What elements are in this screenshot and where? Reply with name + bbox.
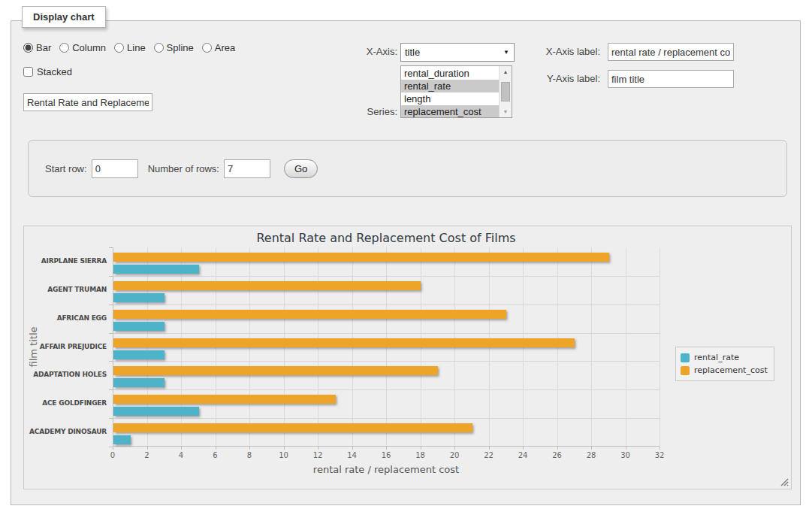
bar-rental_rate[interactable] (113, 350, 165, 359)
series-option-rental_duration[interactable]: rental_duration (401, 67, 499, 80)
series-option-replacement_cost[interactable]: replacement_cost (401, 105, 499, 118)
x-tick-label: 10 (269, 451, 299, 459)
start-row-input[interactable] (92, 159, 138, 178)
y-tick-mark (109, 247, 113, 248)
x-tick-label: 8 (234, 451, 264, 459)
bar-replacement_cost[interactable] (113, 395, 336, 404)
y-axis-label-field-label: Y-Axis label: (530, 73, 600, 84)
y-axis-label-input[interactable] (608, 70, 734, 88)
bar-rental_rate[interactable] (113, 378, 165, 387)
stacked-checkbox[interactable] (23, 67, 33, 77)
chart-type-label-column: Column (72, 42, 106, 53)
x-axis-label-field-label: X-Axis label: (530, 46, 600, 57)
x-axis-label-input[interactable] (608, 43, 734, 61)
x-tick-label: 24 (508, 451, 538, 459)
category-label: AFFAIR PREJUDICE (24, 343, 107, 350)
chart-type-label-line: Line (127, 42, 146, 53)
stacked-label: Stacked (37, 66, 72, 77)
chart-type-radio-spline[interactable] (154, 43, 164, 53)
bar-rental_rate[interactable] (113, 265, 199, 274)
x-tick-label: 30 (611, 451, 641, 459)
series-listbox[interactable]: rental_durationrental_ratelengthreplacem… (400, 65, 512, 118)
start-row-label: Start row: (45, 163, 87, 174)
bar-replacement_cost[interactable] (113, 366, 438, 375)
legend-swatch-icon (681, 353, 690, 362)
category-separator (113, 333, 660, 334)
chart-legend: rental_ratereplacement_cost (675, 347, 774, 381)
x-tick-label: 6 (201, 451, 231, 459)
y-tick-mark (109, 333, 113, 334)
x-tick-mark (660, 447, 660, 450)
chart-container: Rental Rate and Replacement Cost of Film… (23, 226, 792, 489)
y-tick-mark (109, 304, 113, 305)
category-separator (113, 418, 660, 419)
resize-handle-icon[interactable] (780, 478, 789, 486)
y-tick-mark (109, 418, 113, 419)
bar-replacement_cost[interactable] (113, 281, 421, 290)
x-tick-mark (523, 447, 524, 450)
series-option-rental_rate[interactable]: rental_rate (401, 80, 499, 92)
chart-type-radio-column[interactable] (59, 43, 69, 53)
x-tick-label: 12 (303, 451, 333, 459)
scroll-down-icon[interactable]: ▼ (500, 106, 512, 117)
go-button[interactable]: Go (284, 159, 318, 178)
chart-title-input[interactable] (23, 93, 152, 111)
legend-label: replacement_cost (694, 365, 768, 375)
y-tick-mark (109, 361, 113, 362)
bar-replacement_cost[interactable] (113, 253, 609, 262)
x-tick-mark (386, 447, 387, 450)
bar-replacement_cost[interactable] (113, 423, 472, 432)
y-tick-mark (109, 389, 113, 390)
bar-rental_rate[interactable] (113, 293, 165, 302)
x-axis-title: rental rate / replacement cost (113, 464, 660, 475)
x-tick-label: 20 (439, 451, 469, 459)
x-tick-label: 26 (542, 451, 572, 459)
category-label: AGENT TRUMAN (24, 286, 107, 293)
x-tick-label: 32 (644, 451, 675, 459)
plot-area (113, 247, 660, 447)
x-axis-label-text: X-Axis: (327, 46, 397, 57)
panel-title: Display chart (22, 6, 106, 28)
series-scrollbar[interactable]: ▲ ▼ (499, 66, 512, 117)
bar-rental_rate[interactable] (113, 407, 199, 416)
number-of-rows-label: Number of rows: (148, 163, 219, 174)
category-label: ACE GOLDFINGER (24, 399, 107, 407)
category-separator (113, 304, 660, 305)
stacked-row: Stacked (23, 66, 72, 77)
chart-type-radio-bar[interactable] (23, 43, 33, 53)
legend-item-replacement_cost[interactable]: replacement_cost (681, 364, 768, 377)
x-tick-mark (216, 447, 216, 450)
x-tick-mark (147, 447, 148, 450)
series-option-length[interactable]: length (401, 92, 499, 105)
chart-type-label-spline: Spline (167, 42, 194, 53)
x-tick-label: 14 (337, 451, 367, 459)
bar-replacement_cost[interactable] (113, 310, 506, 319)
category-label: ACADEMY DINOSAUR (24, 428, 107, 435)
bar-replacement_cost[interactable] (113, 338, 575, 347)
category-label: ADAPTATION HOLES (24, 371, 107, 378)
x-tick-mark (557, 447, 558, 450)
x-tick-mark (421, 447, 421, 450)
x-gridline (660, 247, 660, 446)
dropdown-arrow-icon: ▼ (503, 49, 509, 56)
chart-type-radio-area[interactable] (202, 43, 212, 53)
x-axis-select[interactable]: title ▼ (400, 43, 515, 62)
legend-item-rental_rate[interactable]: rental_rate (681, 351, 768, 364)
scroll-up-icon[interactable]: ▲ (500, 66, 512, 77)
bar-rental_rate[interactable] (113, 435, 131, 444)
x-tick-mark (626, 447, 626, 450)
x-tick-label: 22 (474, 451, 504, 459)
number-of-rows-input[interactable] (224, 159, 270, 178)
category-separator (113, 361, 660, 362)
legend-swatch-icon (681, 366, 690, 375)
x-tick-mark (113, 447, 113, 450)
chart-type-radio-line[interactable] (114, 43, 124, 53)
scrollbar-thumb[interactable] (501, 82, 510, 101)
x-tick-mark (318, 447, 318, 450)
x-tick-mark (454, 447, 455, 450)
x-tick-label: 28 (576, 451, 606, 459)
category-label: AFRICAN EGG (24, 314, 107, 322)
bar-rental_rate[interactable] (113, 322, 165, 331)
chart-type-radio-group: BarColumnLineSplineArea (23, 42, 240, 53)
x-tick-label: 0 (98, 451, 128, 459)
